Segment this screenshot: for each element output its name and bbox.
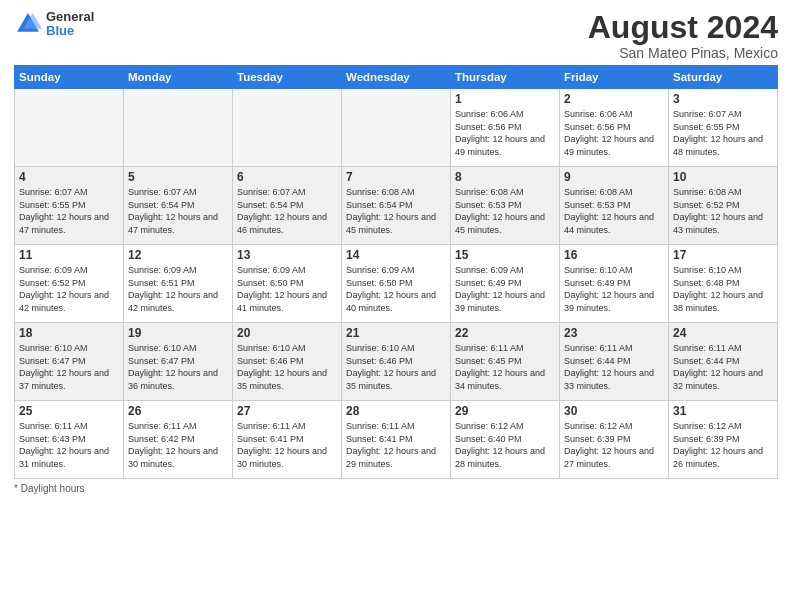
col-header-sunday: Sunday: [15, 66, 124, 89]
day-number: 11: [19, 248, 119, 262]
day-cell: 3Sunrise: 6:07 AM Sunset: 6:55 PM Daylig…: [669, 89, 778, 167]
day-cell: 14Sunrise: 6:09 AM Sunset: 6:50 PM Dayli…: [342, 245, 451, 323]
day-number: 10: [673, 170, 773, 184]
logo-icon: [14, 10, 42, 38]
day-number: 20: [237, 326, 337, 340]
day-info: Sunrise: 6:07 AM Sunset: 6:55 PM Dayligh…: [19, 186, 119, 236]
day-info: Sunrise: 6:08 AM Sunset: 6:52 PM Dayligh…: [673, 186, 773, 236]
day-info: Sunrise: 6:11 AM Sunset: 6:44 PM Dayligh…: [673, 342, 773, 392]
day-number: 22: [455, 326, 555, 340]
day-number: 4: [19, 170, 119, 184]
day-cell: 22Sunrise: 6:11 AM Sunset: 6:45 PM Dayli…: [451, 323, 560, 401]
calendar-table: SundayMondayTuesdayWednesdayThursdayFrid…: [14, 65, 778, 479]
logo-line1: General: [46, 10, 94, 24]
day-cell: 25Sunrise: 6:11 AM Sunset: 6:43 PM Dayli…: [15, 401, 124, 479]
day-number: 9: [564, 170, 664, 184]
col-header-tuesday: Tuesday: [233, 66, 342, 89]
day-cell: 1Sunrise: 6:06 AM Sunset: 6:56 PM Daylig…: [451, 89, 560, 167]
day-info: Sunrise: 6:09 AM Sunset: 6:50 PM Dayligh…: [346, 264, 446, 314]
day-number: 12: [128, 248, 228, 262]
day-cell: 27Sunrise: 6:11 AM Sunset: 6:41 PM Dayli…: [233, 401, 342, 479]
day-cell: [124, 89, 233, 167]
week-row-5: 25Sunrise: 6:11 AM Sunset: 6:43 PM Dayli…: [15, 401, 778, 479]
day-cell: 24Sunrise: 6:11 AM Sunset: 6:44 PM Dayli…: [669, 323, 778, 401]
day-number: 24: [673, 326, 773, 340]
col-header-saturday: Saturday: [669, 66, 778, 89]
day-cell: 17Sunrise: 6:10 AM Sunset: 6:48 PM Dayli…: [669, 245, 778, 323]
week-row-2: 4Sunrise: 6:07 AM Sunset: 6:55 PM Daylig…: [15, 167, 778, 245]
day-info: Sunrise: 6:06 AM Sunset: 6:56 PM Dayligh…: [455, 108, 555, 158]
day-cell: 16Sunrise: 6:10 AM Sunset: 6:49 PM Dayli…: [560, 245, 669, 323]
subtitle: San Mateo Pinas, Mexico: [588, 45, 778, 61]
month-title: August 2024: [588, 10, 778, 45]
day-cell: 12Sunrise: 6:09 AM Sunset: 6:51 PM Dayli…: [124, 245, 233, 323]
week-row-3: 11Sunrise: 6:09 AM Sunset: 6:52 PM Dayli…: [15, 245, 778, 323]
day-info: Sunrise: 6:09 AM Sunset: 6:52 PM Dayligh…: [19, 264, 119, 314]
day-info: Sunrise: 6:06 AM Sunset: 6:56 PM Dayligh…: [564, 108, 664, 158]
day-info: Sunrise: 6:10 AM Sunset: 6:46 PM Dayligh…: [237, 342, 337, 392]
day-cell: 2Sunrise: 6:06 AM Sunset: 6:56 PM Daylig…: [560, 89, 669, 167]
col-header-thursday: Thursday: [451, 66, 560, 89]
day-number: 29: [455, 404, 555, 418]
logo-text: General Blue: [46, 10, 94, 39]
day-number: 30: [564, 404, 664, 418]
day-cell: 13Sunrise: 6:09 AM Sunset: 6:50 PM Dayli…: [233, 245, 342, 323]
day-cell: 5Sunrise: 6:07 AM Sunset: 6:54 PM Daylig…: [124, 167, 233, 245]
footer-note: * Daylight hours: [14, 483, 778, 494]
day-info: Sunrise: 6:10 AM Sunset: 6:47 PM Dayligh…: [128, 342, 228, 392]
logo-line2: Blue: [46, 24, 94, 38]
day-cell: 23Sunrise: 6:11 AM Sunset: 6:44 PM Dayli…: [560, 323, 669, 401]
header: General Blue August 2024 San Mateo Pinas…: [14, 10, 778, 61]
day-cell: 8Sunrise: 6:08 AM Sunset: 6:53 PM Daylig…: [451, 167, 560, 245]
day-info: Sunrise: 6:12 AM Sunset: 6:39 PM Dayligh…: [673, 420, 773, 470]
day-number: 8: [455, 170, 555, 184]
day-info: Sunrise: 6:11 AM Sunset: 6:44 PM Dayligh…: [564, 342, 664, 392]
col-header-friday: Friday: [560, 66, 669, 89]
day-number: 5: [128, 170, 228, 184]
day-number: 1: [455, 92, 555, 106]
day-cell: [233, 89, 342, 167]
day-cell: 31Sunrise: 6:12 AM Sunset: 6:39 PM Dayli…: [669, 401, 778, 479]
day-info: Sunrise: 6:12 AM Sunset: 6:40 PM Dayligh…: [455, 420, 555, 470]
day-number: 3: [673, 92, 773, 106]
day-info: Sunrise: 6:11 AM Sunset: 6:41 PM Dayligh…: [346, 420, 446, 470]
day-info: Sunrise: 6:08 AM Sunset: 6:53 PM Dayligh…: [455, 186, 555, 236]
day-number: 6: [237, 170, 337, 184]
day-number: 28: [346, 404, 446, 418]
title-block: August 2024 San Mateo Pinas, Mexico: [588, 10, 778, 61]
day-info: Sunrise: 6:10 AM Sunset: 6:49 PM Dayligh…: [564, 264, 664, 314]
day-info: Sunrise: 6:08 AM Sunset: 6:53 PM Dayligh…: [564, 186, 664, 236]
day-info: Sunrise: 6:09 AM Sunset: 6:49 PM Dayligh…: [455, 264, 555, 314]
day-cell: 28Sunrise: 6:11 AM Sunset: 6:41 PM Dayli…: [342, 401, 451, 479]
day-cell: 26Sunrise: 6:11 AM Sunset: 6:42 PM Dayli…: [124, 401, 233, 479]
day-number: 27: [237, 404, 337, 418]
day-number: 14: [346, 248, 446, 262]
day-info: Sunrise: 6:10 AM Sunset: 6:46 PM Dayligh…: [346, 342, 446, 392]
day-info: Sunrise: 6:10 AM Sunset: 6:47 PM Dayligh…: [19, 342, 119, 392]
day-cell: 6Sunrise: 6:07 AM Sunset: 6:54 PM Daylig…: [233, 167, 342, 245]
day-cell: 7Sunrise: 6:08 AM Sunset: 6:54 PM Daylig…: [342, 167, 451, 245]
day-cell: 9Sunrise: 6:08 AM Sunset: 6:53 PM Daylig…: [560, 167, 669, 245]
day-number: 25: [19, 404, 119, 418]
day-number: 18: [19, 326, 119, 340]
day-cell: 18Sunrise: 6:10 AM Sunset: 6:47 PM Dayli…: [15, 323, 124, 401]
header-row: SundayMondayTuesdayWednesdayThursdayFrid…: [15, 66, 778, 89]
day-cell: 15Sunrise: 6:09 AM Sunset: 6:49 PM Dayli…: [451, 245, 560, 323]
col-header-monday: Monday: [124, 66, 233, 89]
day-number: 2: [564, 92, 664, 106]
day-info: Sunrise: 6:09 AM Sunset: 6:50 PM Dayligh…: [237, 264, 337, 314]
col-header-wednesday: Wednesday: [342, 66, 451, 89]
day-info: Sunrise: 6:11 AM Sunset: 6:45 PM Dayligh…: [455, 342, 555, 392]
footer-note-text: Daylight hours: [21, 483, 85, 494]
day-info: Sunrise: 6:09 AM Sunset: 6:51 PM Dayligh…: [128, 264, 228, 314]
day-cell: 10Sunrise: 6:08 AM Sunset: 6:52 PM Dayli…: [669, 167, 778, 245]
week-row-4: 18Sunrise: 6:10 AM Sunset: 6:47 PM Dayli…: [15, 323, 778, 401]
day-info: Sunrise: 6:07 AM Sunset: 6:54 PM Dayligh…: [128, 186, 228, 236]
day-number: 17: [673, 248, 773, 262]
day-number: 23: [564, 326, 664, 340]
day-cell: 11Sunrise: 6:09 AM Sunset: 6:52 PM Dayli…: [15, 245, 124, 323]
day-number: 19: [128, 326, 228, 340]
day-number: 21: [346, 326, 446, 340]
day-info: Sunrise: 6:10 AM Sunset: 6:48 PM Dayligh…: [673, 264, 773, 314]
day-info: Sunrise: 6:12 AM Sunset: 6:39 PM Dayligh…: [564, 420, 664, 470]
